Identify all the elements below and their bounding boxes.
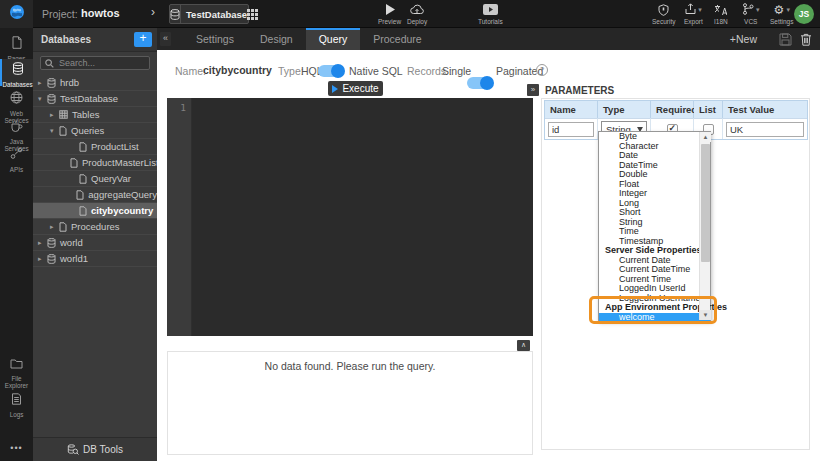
execute-label: Execute [342,83,378,94]
records-option-single[interactable]: Single [442,65,471,77]
tree-item[interactable]: hrdb [33,75,157,91]
tree-item[interactable]: Procedures [33,219,157,235]
tree-item[interactable]: Queries [33,123,157,139]
db-tools-button[interactable]: DB Tools [33,437,157,461]
collapse-sidebar-button[interactable]: « [160,32,171,46]
rail-item-databases[interactable]: Databases [0,59,33,86]
settings-button[interactable]: ⚙▾ Settings [770,3,794,25]
type-option-native-sql[interactable]: Native SQL [349,65,403,77]
type-option-label: LoggedIn Username [619,293,701,303]
rail-label: File Explorer [0,375,33,389]
export-label: Export [684,18,703,25]
type-option-label: Float [619,179,639,189]
search-input[interactable] [57,57,142,69]
tree-item[interactable]: world [33,235,157,251]
tree-expand-arrow[interactable] [38,79,47,87]
type-option[interactable]: welcome [599,313,710,323]
type-option-label: LoggedIn UserId [619,283,686,293]
sql-editor[interactable]: 1 [167,98,533,336]
new-query-button[interactable]: +New [730,33,757,45]
scrollbar-thumb[interactable] [701,144,710,262]
help-icon[interactable]: ? [536,64,548,76]
export-button[interactable]: ▾ Export [684,3,703,25]
param-test-value-input[interactable] [726,122,804,137]
type-option[interactable]: Double [599,170,710,180]
vcs-button[interactable]: ▾ VCS [742,3,760,25]
database-selector-label: TestDatabase [181,9,247,20]
tree-expand-arrow[interactable] [38,95,47,103]
scroll-down-arrow[interactable]: ▼ [700,310,711,320]
database-icon [170,5,181,23]
project-label: Project: [42,8,78,20]
rail-item-file-explorer[interactable]: File Explorer [0,353,33,389]
database-selector[interactable]: TestDatabase [169,4,249,24]
save-icon[interactable] [779,33,792,46]
tutorials-button[interactable]: Tutorials [478,3,503,25]
type-option[interactable]: DateTime [599,161,710,171]
topbar: Project: howtos › TestDatabase Preview D… [0,0,820,28]
dropdown-scrollbar[interactable]: ▲ ▼ [699,132,710,320]
type-option[interactable]: Character [599,142,710,152]
tab[interactable]: Settings [183,28,247,50]
query-file-icon [59,126,67,136]
app-logo[interactable] [0,0,33,28]
type-dropdown-list: ByteCharacterDateDateTimeDoubleFloatInte… [599,132,710,322]
tree-item[interactable]: citybycountry [33,203,157,219]
tree-item[interactable]: ProductMasterList [33,155,157,171]
tree-item[interactable]: world1 [33,251,157,267]
tree-item[interactable]: Tables [33,107,157,123]
i18n-button[interactable]: I18N [714,3,728,25]
tree-item-label: Procedures [71,221,120,232]
rail-item-apis[interactable]: APIs [0,144,33,173]
tabbar: « SettingsDesignQueryProcedure +New [157,28,820,50]
user-avatar[interactable]: JS [794,4,814,24]
editor-gutter: 1 [167,98,192,336]
rail-item-pages[interactable]: Pages [0,33,33,62]
expand-parameters-button[interactable]: » [527,84,539,96]
type-option[interactable]: Short [599,208,710,218]
sidebar-search[interactable] [40,56,150,70]
tab-label: Query [319,33,348,45]
tree-expand-arrow[interactable] [50,223,59,231]
tab[interactable]: Query [306,28,361,50]
tree-expand-arrow[interactable] [38,239,47,247]
type-option[interactable]: String [599,218,710,228]
delete-icon[interactable] [800,33,812,46]
more-options-icon[interactable]: ••• [0,443,33,453]
play-icon [385,3,395,16]
tab[interactable]: Design [247,28,306,50]
grid-view-icon[interactable] [247,9,258,20]
add-database-button[interactable]: + [134,32,152,47]
deploy-button[interactable]: Deploy [407,3,427,25]
tree-expand-arrow[interactable] [50,111,59,119]
tree-item[interactable]: aggregateQuery [33,187,157,203]
tree-item[interactable]: ProductList [33,139,157,155]
tree-item[interactable]: TestDatabase [33,91,157,107]
column-header: Type [598,101,651,118]
tree-expand-arrow[interactable] [38,255,47,263]
security-button[interactable]: Security [652,3,675,25]
collapse-editor-button[interactable]: ∧ [517,340,530,351]
tree-item-label: TestDatabase [60,93,118,104]
type-toggle[interactable] [318,65,344,77]
tab[interactable]: Procedure [360,28,434,50]
type-option[interactable]: Integer [599,189,710,199]
param-name-input[interactable] [548,122,594,137]
preview-button[interactable]: Preview [378,3,401,25]
parameters-table-header: NameTypeRequiredListTest Value [545,101,807,118]
tree-item[interactable]: QueryVar [33,171,157,187]
query-name-value[interactable]: citybycountry [203,64,272,76]
left-icon-rail: Pages Databases Web Services Java Servic… [0,28,33,461]
database-tree: hrdb TestDatabase Tables Queries [33,75,157,267]
type-option[interactable]: Long [599,199,710,209]
tree-item-label: ProductList [91,141,139,152]
records-toggle[interactable] [467,77,493,89]
rail-item-logs[interactable]: Logs [0,389,33,418]
sql-code-line[interactable] [198,102,238,113]
scroll-up-arrow[interactable]: ▲ [700,132,711,142]
tree-expand-arrow[interactable] [50,127,59,135]
query-file-icon [59,222,67,232]
execute-button[interactable]: Execute [328,81,383,96]
type-option[interactable]: Float [599,180,710,190]
tab-label: Procedure [373,33,421,45]
